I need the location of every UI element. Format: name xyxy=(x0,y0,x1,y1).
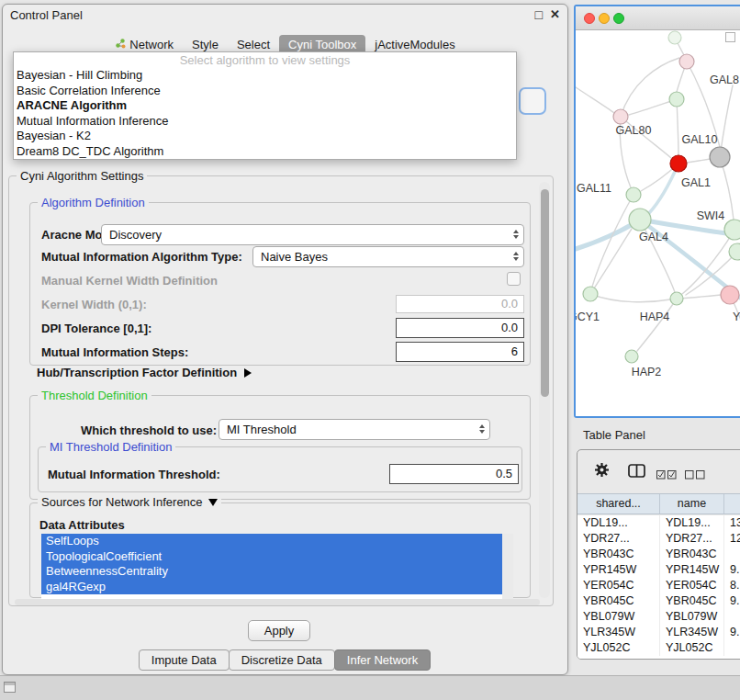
hub-definition-expander[interactable]: Hub/Transcription Factor Definition xyxy=(37,366,252,379)
settings-scrollbar[interactable] xyxy=(539,182,550,598)
close-icon[interactable]: ✕ xyxy=(550,7,560,21)
algorithm-option[interactable]: Dream8 DC_TDC Algorithm xyxy=(14,144,516,160)
network-node[interactable] xyxy=(625,350,638,363)
node-label: GAL80 xyxy=(616,124,652,137)
column-header-shared-name[interactable]: shared... xyxy=(577,494,660,514)
tab-impute-data[interactable]: Impute Data xyxy=(139,649,230,671)
table-row[interactable]: YDL19...YDL19...13 xyxy=(577,515,740,531)
mi-steps-field[interactable]: 6 xyxy=(396,342,524,362)
table-cell: YDR27... xyxy=(577,531,660,547)
float-window-icon[interactable]: □ xyxy=(535,7,543,22)
data-attributes-listbox[interactable]: SelfLoopsTopologicalCoefficientBetweenne… xyxy=(41,534,513,599)
network-node[interactable] xyxy=(668,31,681,44)
table-row[interactable]: YJL052CYJL052C xyxy=(577,640,740,656)
table-cell: YLR345W xyxy=(577,625,660,640)
mi-threshold-definition-group: MI Threshold Definition Mutual Informati… xyxy=(38,446,522,492)
algorithm-option[interactable]: Bayesian - K2 xyxy=(14,129,516,144)
which-threshold-combobox[interactable]: MI Threshold xyxy=(219,419,490,440)
network-edge[interactable] xyxy=(576,87,614,113)
table-cell: YDR27... xyxy=(660,531,724,547)
table-row[interactable]: YPR145WYPR145W9. xyxy=(577,562,740,578)
apply-button[interactable]: Apply xyxy=(248,620,310,641)
network-edge[interactable] xyxy=(621,117,671,158)
network-graph-svg: GAL8GAL80GAL10GAL11GAL1SWI4GAL4GCY1HAP4H… xyxy=(576,30,740,416)
tab-infer-network[interactable]: Infer Network xyxy=(334,649,431,671)
data-attribute-item[interactable]: BetweennessCentrality xyxy=(41,564,502,580)
table-cell: YBR045C xyxy=(660,593,724,609)
scrollbar-thumb[interactable] xyxy=(541,189,549,397)
table-row[interactable]: YBR043CYBR043C xyxy=(577,547,740,562)
network-edge[interactable] xyxy=(590,294,670,302)
kernel-width-field[interactable]: 0.0 xyxy=(396,295,524,313)
mi-threshold-field[interactable]: 0.5 xyxy=(389,464,519,484)
zoom-traffic-light-icon[interactable] xyxy=(613,13,624,24)
network-node[interactable] xyxy=(669,92,684,107)
dpi-tolerance-field[interactable]: 0.0 xyxy=(396,318,524,338)
combobox-stepper-icon xyxy=(513,252,519,261)
node-label: GAL1 xyxy=(681,176,711,189)
network-edge[interactable] xyxy=(637,299,677,351)
network-node[interactable] xyxy=(626,187,641,202)
data-attribute-item[interactable]: SelfLoops xyxy=(41,534,502,549)
network-edge[interactable] xyxy=(720,85,733,157)
algorithm-option[interactable]: Bayesian - Hill Climbing xyxy=(14,68,516,84)
chevron-down-icon xyxy=(208,499,218,506)
tab-label: Style xyxy=(192,38,219,51)
hub-definition-label: Hub/Transcription Factor Definition xyxy=(37,366,237,379)
table-row[interactable]: YLR345WYLR345W9. xyxy=(577,625,740,640)
desktop: Control Panel □ ✕ Network Style Select C… xyxy=(0,0,740,700)
algorithm-option[interactable]: Mutual Information Inference xyxy=(14,114,516,130)
network-node[interactable] xyxy=(679,54,694,69)
network-node[interactable] xyxy=(629,209,651,231)
panel-dock-icon[interactable] xyxy=(4,682,16,693)
deselect-all-checkboxes-icon[interactable] xyxy=(685,467,705,483)
algorithm-combobox-fragment[interactable] xyxy=(519,87,546,115)
algorithm-option[interactable]: Basic Correlation Inference xyxy=(14,84,516,99)
mi-type-combobox[interactable]: Naive Bayes xyxy=(252,246,524,267)
node-label: GAL8 xyxy=(710,73,739,86)
network-node[interactable] xyxy=(710,147,730,167)
table-row[interactable]: YDR27...YDR27...12 xyxy=(577,531,740,547)
node-label: GAL10 xyxy=(682,133,718,146)
horizontal-scrollbar[interactable] xyxy=(15,599,540,605)
aracne-mode-combobox[interactable]: Discovery xyxy=(101,224,524,245)
network-edge[interactable] xyxy=(576,224,633,249)
column-header-extra[interactable] xyxy=(724,494,740,514)
tab-label: Cyni Toolbox xyxy=(288,38,356,51)
sources-expander[interactable]: Sources for Network Inference xyxy=(38,495,221,509)
network-node[interactable] xyxy=(724,220,740,240)
network-node[interactable] xyxy=(670,292,683,305)
kernel-width-label: Kernel Width (0,1): xyxy=(41,298,147,311)
network-node[interactable] xyxy=(613,109,628,124)
table-row[interactable]: YER054CYER054C8. xyxy=(577,578,740,593)
data-attribute-item[interactable]: TopologicalCoefficient xyxy=(41,549,502,565)
close-traffic-light-icon[interactable] xyxy=(584,13,595,24)
node-label: HAP4 xyxy=(640,310,670,323)
node-label: GAL11 xyxy=(577,182,611,195)
network-node[interactable] xyxy=(583,287,598,301)
network-node[interactable] xyxy=(729,243,740,260)
columns-icon[interactable] xyxy=(628,464,645,481)
listbox-scrollbar[interactable] xyxy=(502,534,513,599)
table-row[interactable]: YBR045CYBR045C9. xyxy=(577,593,740,609)
column-header-name[interactable]: name xyxy=(660,494,724,514)
mi-steps-label: Mutual Information Steps: xyxy=(41,345,188,359)
gear-icon[interactable] xyxy=(594,462,610,481)
network-view-window: GAL8GAL80GAL10GAL11GAL1SWI4GAL4GCY1HAP4H… xyxy=(574,5,740,418)
table-cell: YDL19... xyxy=(577,515,660,531)
network-edge[interactable] xyxy=(677,99,678,155)
manual-kernel-checkbox[interactable] xyxy=(507,272,521,286)
status-strip xyxy=(0,675,740,700)
network-canvas[interactable]: GAL8GAL80GAL10GAL11GAL1SWI4GAL4GCY1HAP4H… xyxy=(576,30,740,416)
data-attribute-item[interactable]: gal4RGexp xyxy=(41,580,502,595)
algorithm-popup-list: Bayesian - Hill ClimbingBasic Correlatio… xyxy=(14,68,516,159)
network-node[interactable] xyxy=(721,286,739,304)
algorithm-option[interactable]: ARACNE Algorithm xyxy=(14,98,516,114)
network-scrollbar-button[interactable] xyxy=(725,32,735,42)
table-row[interactable]: YBL079WYBL079W xyxy=(577,609,740,625)
tab-discretize-data[interactable]: Discretize Data xyxy=(229,649,335,671)
network-node[interactable] xyxy=(670,155,687,172)
cyni-algorithm-settings-group: Cyni Algorithm Settings Algorithm Defini… xyxy=(8,175,554,606)
minimize-traffic-light-icon[interactable] xyxy=(599,13,610,24)
select-all-checkboxes-icon[interactable] xyxy=(656,467,677,483)
